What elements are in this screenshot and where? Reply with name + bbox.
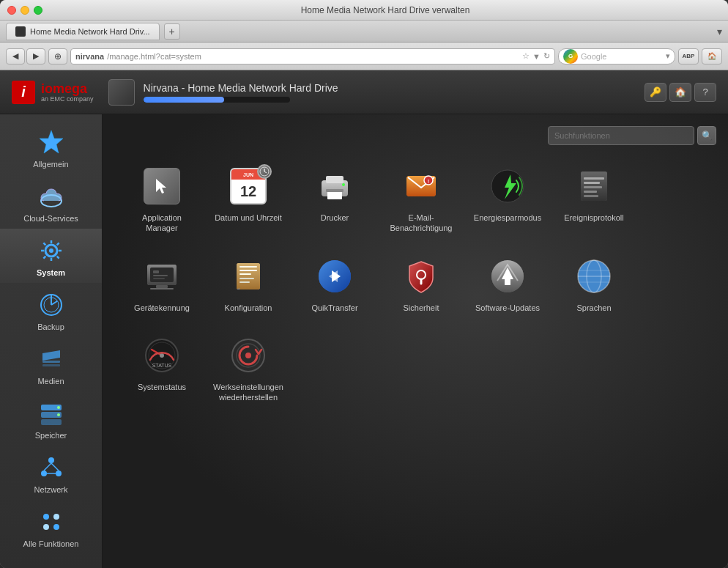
sidebar-item-speicher[interactable]: Speicher <box>0 391 102 446</box>
svg-point-85 <box>160 353 164 358</box>
application-manager-icon <box>141 166 182 207</box>
url-site: nirvana <box>75 52 104 61</box>
svg-point-21 <box>57 406 60 409</box>
sidebar-item-alle-funktionen[interactable]: Alle Funktionen <box>0 500 102 554</box>
svg-point-41 <box>342 183 345 186</box>
icon-item-datum-uhrzeit[interactable]: JUN 12 Datum und Uhrzei <box>208 157 289 241</box>
progress-bar-fill <box>144 97 224 103</box>
maximize-button[interactable] <box>34 6 42 15</box>
icon-item-energiesparmodus[interactable]: Energiesparmodus <box>467 157 548 241</box>
svg-rect-68 <box>239 278 254 279</box>
iomega-logo: i iomega an EMC company <box>12 81 94 104</box>
search-bar[interactable]: G Google ▾ <box>558 48 675 64</box>
refresh-icon[interactable]: ↻ <box>543 51 550 61</box>
backup-label: Backup <box>37 322 64 331</box>
svg-rect-17 <box>42 364 60 366</box>
new-tab-button[interactable]: + <box>164 23 180 40</box>
netzwerk-icon <box>37 453 66 482</box>
forward-button[interactable]: ▶ <box>26 48 45 64</box>
speicher-icon <box>37 399 66 428</box>
speicher-label: Speicher <box>35 431 67 440</box>
clock-overlay <box>257 164 272 179</box>
reload-button[interactable]: ⊕ <box>48 48 67 64</box>
adblock-button[interactable]: ABP <box>678 48 699 64</box>
bookmark-icon[interactable]: ☆ <box>522 51 530 61</box>
svg-line-11 <box>43 257 45 259</box>
system-label: System <box>37 268 65 277</box>
svg-point-24 <box>41 471 47 476</box>
energiesparmodus-label: Energiesparmodus <box>474 213 541 223</box>
medien-label: Medien <box>37 377 64 386</box>
drucker-icon <box>314 166 355 207</box>
icon-item-software-updates[interactable]: Software-Updates <box>467 247 548 320</box>
alle-funktionen-label: Alle Funktionen <box>23 539 79 548</box>
svg-line-10 <box>56 243 59 245</box>
energiesparmodus-icon <box>487 166 528 207</box>
sidebar-item-netzwerk[interactable]: Netzwerk <box>0 446 102 500</box>
icon-item-sicherheit[interactable]: Sicherheit <box>381 247 461 320</box>
close-button[interactable] <box>7 6 16 15</box>
svg-point-22 <box>57 413 60 416</box>
sidebar-item-system[interactable]: System <box>0 229 102 283</box>
home-ext-button[interactable]: 🏠 <box>702 48 722 64</box>
icon-item-ereignisprotokoll[interactable]: Ereignisprotokoll <box>554 157 634 241</box>
cursor-icon <box>144 168 180 204</box>
panel-search-input[interactable] <box>548 126 694 145</box>
allgemein-icon <box>37 128 66 157</box>
url-path: /manage.html?cat=system <box>107 52 201 61</box>
hdd-icon <box>108 79 135 106</box>
help-button[interactable]: ? <box>694 83 716 102</box>
browser-tab[interactable]: Home Media Network Hard Driv... <box>6 23 160 40</box>
svg-rect-66 <box>239 270 257 271</box>
svg-rect-61 <box>156 285 168 288</box>
icon-item-systemstatus[interactable]: STATUS Systemstatus <box>122 326 202 410</box>
cloud-services-label: Cloud-Services <box>23 214 78 223</box>
svg-point-31 <box>43 524 49 530</box>
icon-item-drucker[interactable]: Drucker <box>294 157 375 241</box>
sprachen-icon <box>573 256 614 297</box>
icon-item-application-manager[interactable]: Application Manager <box>122 157 202 241</box>
software-updates-icon <box>487 256 528 297</box>
systemstatus-label: Systemstatus <box>138 382 186 392</box>
iomega-text: iomega an EMC company <box>41 82 94 103</box>
icon-grid: Application Manager JUN 12 <box>114 157 716 410</box>
geratekennung-label: Gerätekennung <box>134 303 190 313</box>
panel-search-button[interactable]: 🔍 <box>697 126 716 145</box>
quiktransfer-label: QuikTransfer <box>311 303 357 313</box>
sidebar-item-allgemein[interactable]: Allgemein <box>0 120 102 174</box>
icon-item-quiktransfer[interactable]: QuikTransfer <box>294 247 375 320</box>
sidebar-item-cloud-services[interactable]: Cloud-Services <box>0 174 102 229</box>
svg-rect-54 <box>584 195 598 197</box>
software-updates-label: Software-Updates <box>475 303 540 313</box>
tab-label: Home Media Network Hard Driv... <box>30 27 150 36</box>
back-button[interactable]: ◀ <box>6 48 25 64</box>
icon-item-konfiguration[interactable]: Konfiguration <box>208 247 289 320</box>
minimize-button[interactable] <box>21 6 29 15</box>
iomega-i-icon: i <box>12 81 35 104</box>
traffic-lights <box>7 6 42 15</box>
icon-item-sprachen[interactable]: Sprachen <box>554 247 634 320</box>
datum-uhrzeit-icon: JUN 12 <box>228 166 269 207</box>
svg-line-35 <box>264 171 267 173</box>
svg-rect-50 <box>584 177 604 180</box>
svg-rect-62 <box>150 288 174 289</box>
svg-rect-65 <box>239 266 257 268</box>
ereignisprotokoll-label: Ereignisprotokoll <box>564 213 623 223</box>
url-dropdown-icon[interactable]: ▼ <box>532 52 541 61</box>
icon-item-email[interactable]: ! E-Mail-Benachrichtigung <box>381 157 461 241</box>
netzwerk-label: Netzwerk <box>34 485 68 494</box>
sidebar-item-medien[interactable]: Medien <box>0 337 102 391</box>
svg-text:STATUS: STATUS <box>152 363 172 368</box>
geratekennung-icon <box>141 256 182 297</box>
search-row: 🔍 <box>114 126 716 145</box>
home-nav-button[interactable]: 🏠 <box>669 83 691 102</box>
werkseinstellungen-label: Werkseinstellungen wiederherstellen <box>213 382 283 403</box>
brand-sub: an EMC company <box>41 95 94 103</box>
svg-marker-0 <box>40 130 63 153</box>
icon-item-werkseinstellungen[interactable]: Werkseinstellungen wiederherstellen <box>208 326 289 410</box>
url-bar[interactable]: nirvana /manage.html?cat=system ☆ ▼ ↻ <box>70 48 555 64</box>
key-button[interactable]: 🔑 <box>645 83 666 102</box>
icon-item-geratekennung[interactable]: Gerätekennung <box>122 247 202 320</box>
backup-icon <box>37 290 66 320</box>
sidebar-item-backup[interactable]: Backup <box>0 283 102 337</box>
